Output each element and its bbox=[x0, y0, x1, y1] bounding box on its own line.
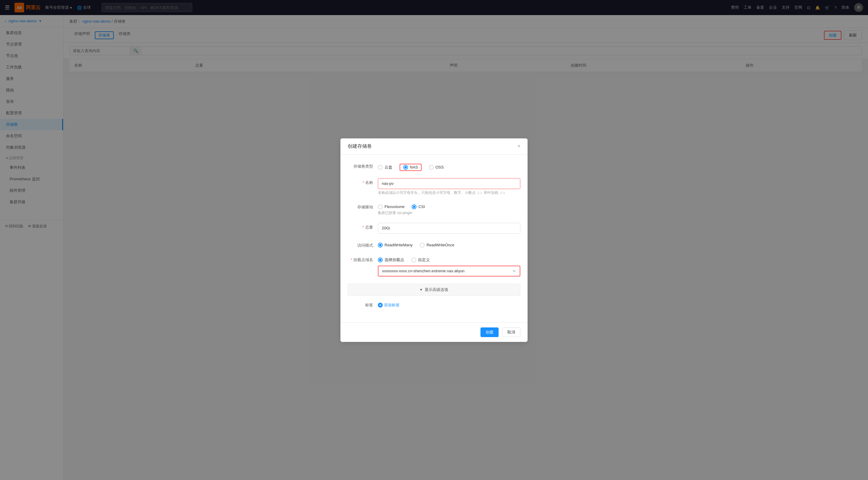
radio-oss-label: OSS bbox=[435, 165, 444, 169]
add-tag-icon: + bbox=[378, 303, 383, 308]
radio-oss-circle bbox=[429, 165, 434, 170]
add-tag-label: 添加标签 bbox=[384, 302, 400, 308]
modal-body: 存储卷类型 云盘 NAS bbox=[340, 155, 528, 322]
radio-csi-circle bbox=[412, 204, 416, 209]
advanced-toggle-label: 显示高级选项 bbox=[425, 287, 448, 293]
form-label-mount-domain: 挂载点域名 bbox=[348, 255, 378, 263]
form-row-access-mode: 访问模式 ReadWriteMany ReadWriteOnce bbox=[348, 241, 520, 248]
modal-title: 创建存储卷 bbox=[348, 143, 372, 149]
form-content-driver: Flexvolume CSI 集群已部署 csi-plugin bbox=[378, 203, 520, 215]
create-pv-modal: 创建存储卷 × 存储卷类型 云盘 bbox=[340, 138, 528, 342]
radio-flexvolume[interactable]: Flexvolume bbox=[378, 204, 404, 209]
mount-domain-select[interactable]: xxxxxxxx-xxxx.cn-shenzhen.extreme.nas.al… bbox=[378, 266, 520, 276]
form-content-tags: + 添加标签 bbox=[378, 301, 520, 308]
form-row-driver: 存储驱动 Flexvolume CSI 集群已部署 csi-plugin bbox=[348, 203, 520, 215]
form-label-capacity: 总量 bbox=[348, 223, 378, 230]
name-hint: 名称必须以小写字母开头，只能包含小写字母、数字、小数点（.）和中划线（-） bbox=[378, 190, 520, 195]
radio-select-mount-label: 选择挂载点 bbox=[384, 257, 404, 263]
modal-header: 创建存储卷 × bbox=[340, 138, 528, 155]
modal-footer: 创建 取消 bbox=[340, 322, 528, 342]
radio-csi-label: CSI bbox=[418, 204, 425, 209]
radio-rwm-label: ReadWriteMany bbox=[384, 243, 412, 247]
driver-hint: 集群已部署 csi-plugin bbox=[378, 210, 520, 215]
radio-custom-mount-label: 自定义 bbox=[418, 257, 430, 263]
radio-rwm[interactable]: ReadWriteMany bbox=[378, 243, 412, 247]
advanced-toggle-icon: ▾ bbox=[420, 287, 422, 292]
radio-custom-mount[interactable]: 自定义 bbox=[411, 257, 430, 263]
form-row-name: 名称 名称必须以小写字母开头，只能包含小写字母、数字、小数点（.）和中划线（-） bbox=[348, 178, 520, 195]
form-content-name: 名称必须以小写字母开头，只能包含小写字母、数字、小数点（.）和中划线（-） bbox=[378, 178, 520, 195]
form-label-name: 名称 bbox=[348, 178, 378, 185]
form-content-access-mode: ReadWriteMany ReadWriteOnce bbox=[378, 241, 520, 247]
radio-rwo-label: ReadWriteOnce bbox=[427, 243, 454, 247]
radio-custom-mount-circle bbox=[411, 258, 416, 262]
radio-csi[interactable]: CSI bbox=[412, 204, 425, 209]
radio-rwo[interactable]: ReadWriteOnce bbox=[420, 243, 454, 247]
radio-flexvolume-label: Flexvolume bbox=[384, 204, 404, 209]
capacity-input[interactable] bbox=[378, 223, 520, 234]
form-label-access-mode: 访问模式 bbox=[348, 241, 378, 248]
radio-cloud-disk[interactable]: 云盘 bbox=[378, 165, 392, 170]
radio-group-access-mode: ReadWriteMany ReadWriteOnce bbox=[378, 241, 520, 247]
form-label-tags: 标签 bbox=[348, 301, 378, 308]
radio-flexvolume-circle bbox=[378, 204, 383, 209]
radio-nas[interactable]: NAS bbox=[400, 164, 422, 171]
form-row-tags: 标签 + 添加标签 bbox=[348, 301, 520, 308]
radio-oss[interactable]: OSS bbox=[429, 165, 444, 170]
form-row-mount-domain: 挂载点域名 选择挂载点 自定义 xxxxxxxx-xxxx.cn-she bbox=[348, 255, 520, 276]
radio-group-driver: Flexvolume CSI bbox=[378, 203, 520, 209]
radio-select-mount[interactable]: 选择挂载点 bbox=[378, 257, 404, 263]
form-label-driver: 存储驱动 bbox=[348, 203, 378, 210]
form-row-type: 存储卷类型 云盘 NAS bbox=[348, 162, 520, 171]
modal-confirm-button[interactable]: 创建 bbox=[480, 328, 499, 337]
modal-close-button[interactable]: × bbox=[518, 143, 520, 149]
radio-select-mount-circle bbox=[378, 258, 383, 262]
add-tag-button[interactable]: + 添加标签 bbox=[378, 301, 520, 308]
modal-cancel-button[interactable]: 取消 bbox=[502, 328, 520, 337]
advanced-toggle[interactable]: ▾ 显示高级选项 bbox=[348, 284, 520, 296]
name-input[interactable] bbox=[378, 178, 520, 189]
radio-cloud-disk-circle bbox=[378, 165, 383, 170]
radio-rwo-circle bbox=[420, 243, 425, 247]
form-content-mount-domain: 选择挂载点 自定义 xxxxxxxx-xxxx.cn-shenzhen.extr… bbox=[378, 255, 520, 276]
radio-group-type: 云盘 NAS OSS bbox=[378, 162, 520, 171]
radio-group-mount-domain: 选择挂载点 自定义 bbox=[378, 255, 520, 263]
form-label-type: 存储卷类型 bbox=[348, 162, 378, 169]
form-content-type: 云盘 NAS OSS bbox=[378, 162, 520, 171]
form-content-capacity bbox=[378, 223, 520, 234]
radio-nas-circle bbox=[403, 165, 408, 170]
modal-overlay[interactable]: 创建存储卷 × 存储卷类型 云盘 bbox=[0, 0, 868, 480]
form-row-capacity: 总量 bbox=[348, 223, 520, 234]
radio-rwm-circle bbox=[378, 243, 383, 247]
radio-cloud-disk-label: 云盘 bbox=[384, 165, 392, 170]
radio-nas-label: NAS bbox=[410, 165, 418, 169]
